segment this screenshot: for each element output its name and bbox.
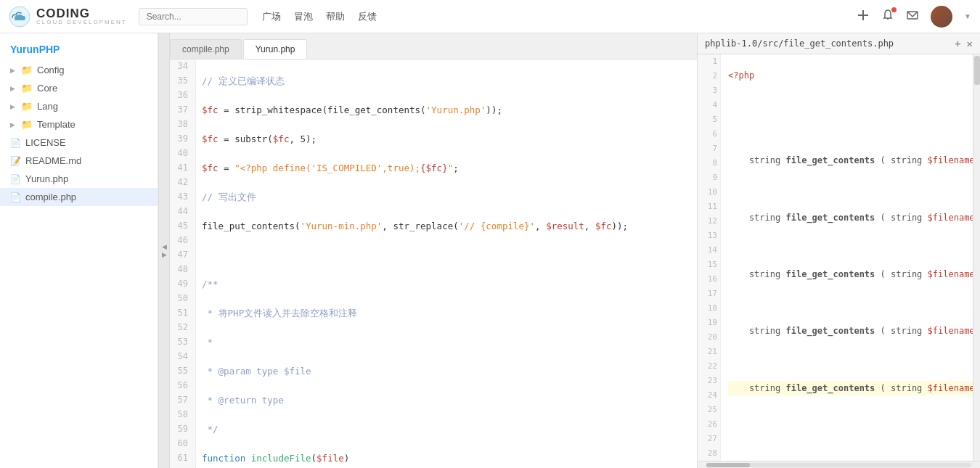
sidebar-item-template[interactable]: 📁 Template [0,115,158,134]
folder-icon-lang: 📁 [21,101,33,112]
chevron-down-icon[interactable]: ▼ [964,12,971,20]
phplib-line-numbers: 12345 678910 1112131415 1617181920 21222… [698,54,721,461]
search-input[interactable] [139,8,248,25]
sidebar-item-lang[interactable]: 📁 Lang [0,97,158,115]
phplib-vertical-scrollbar[interactable] [973,54,980,461]
editor-area: compile.php Yurun.php 3435363738 3940414… [170,33,697,468]
notification-badge [891,7,897,12]
folder-icon-core: 📁 [21,83,33,94]
message-envelope[interactable] [906,9,919,25]
phplib-content[interactable]: 12345 678910 1112131415 1617181920 21222… [698,54,980,461]
file-icon-readme: 📝 [10,156,21,166]
topnav-right: ▼ [857,6,971,28]
sidebar-label-yurun: Yurun.php [25,173,68,184]
topnav: CODING CLOUD DEVELOPMENT 广场 冒泡 帮助 反馈 ▼ [0,0,980,33]
folder-icon: 📁 [21,65,33,75]
phplib-code: <?php string file_get_contents ( string … [724,54,980,461]
sidebar-item-compilephp[interactable]: 📄 compile.php [0,188,158,206]
phplib-actions: + ✕ [955,38,973,49]
line-numbers: 3435363738 3940414243 4445464748 4950515… [170,59,196,468]
phplib-scrollbar-thumb-v[interactable] [974,56,980,85]
toggle-right-arrow: ▶ [162,251,167,259]
sidebar-label-compile: compile.php [25,192,76,202]
phplib-panel: phplib-1.0/src/file_get_contents.php + ✕… [697,33,980,468]
tab-compilephp[interactable]: compile.php [170,39,242,59]
logo-icon [9,6,30,28]
sidebar-title: YurunPHP [0,36,158,61]
sidebar-label-config: Config [37,65,65,75]
sidebar-toggle[interactable]: ◀ ▶ [158,33,170,468]
avatar[interactable] [931,6,952,28]
notification-bell[interactable] [881,9,894,25]
folder-icon-template: 📁 [21,119,33,130]
nav-guangchang[interactable]: 广场 [262,10,281,23]
phplib-header: phplib-1.0/src/file_get_contents.php + ✕ [698,33,980,54]
tab-yurunphp[interactable]: Yurun.php [243,39,308,59]
sidebar: YurunPHP 📁 Config 📁 Core 📁 Lang 📁 Templa… [0,33,158,468]
logo: CODING CLOUD DEVELOPMENT [9,6,127,28]
nav-maopao[interactable]: 冒泡 [294,10,313,23]
sidebar-item-license[interactable]: 📄 LICENSE [0,134,158,152]
logo-text: CODING CLOUD DEVELOPMENT [36,7,127,25]
file-icon-compile: 📄 [10,192,21,202]
code-content: // 定义已编译状态 $fc = strip_whitespace(file_g… [196,59,697,468]
file-icon-yurun: 📄 [10,174,21,184]
nav-fankui[interactable]: 反馈 [358,10,377,23]
avatar-img [931,6,952,28]
phplib-scrollbar-thumb-h[interactable] [706,463,750,467]
file-icon-license: 📄 [10,138,21,148]
phplib-add-button[interactable]: + [955,38,960,49]
main-layout: YurunPHP 📁 Config 📁 Core 📁 Lang 📁 Templa… [0,33,980,468]
phplib-close-button[interactable]: ✕ [967,38,973,49]
sidebar-label-readme: README.md [25,155,81,166]
logo-subtitle: CLOUD DEVELOPMENT [36,20,127,25]
editor-tabs: compile.php Yurun.php [170,33,697,59]
sidebar-label-lang: Lang [37,101,58,112]
sidebar-item-core[interactable]: 📁 Core [0,79,158,97]
sidebar-label-license: LICENSE [25,137,66,148]
sidebar-label-core: Core [37,83,57,94]
code-editor[interactable]: 3435363738 3940414243 4445464748 4950515… [170,59,697,468]
nav-bangzhu[interactable]: 帮助 [326,10,345,23]
phplib-title: phplib-1.0/src/file_get_contents.php [705,38,894,49]
phplib-scrollbar-track-h [706,463,971,467]
sidebar-item-readme[interactable]: 📝 README.md [0,152,158,170]
logo-title: CODING [36,7,127,20]
sidebar-label-template: Template [37,119,75,130]
sidebar-item-yurunphp[interactable]: 📄 Yurun.php [0,170,158,188]
sidebar-item-config[interactable]: 📁 Config [0,61,158,79]
toggle-left-arrow: ◀ [162,243,167,251]
add-button[interactable] [857,9,870,25]
phplib-horizontal-scrollbar[interactable] [698,461,980,468]
nav-links: 广场 冒泡 帮助 反馈 [262,10,377,23]
